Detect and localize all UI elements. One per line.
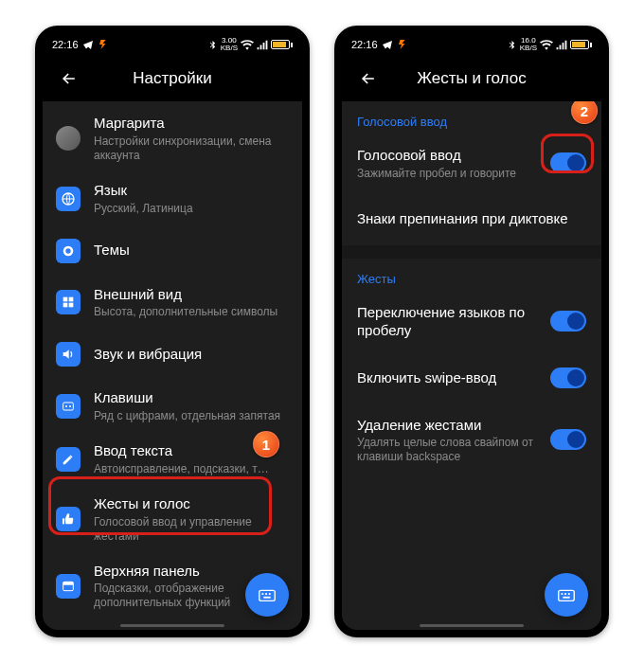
back-button[interactable] xyxy=(349,60,387,98)
telegram-icon xyxy=(82,39,94,50)
svg-point-8 xyxy=(65,405,67,407)
arrow-left-icon xyxy=(359,69,378,88)
row-title: Голосовой ввод xyxy=(357,146,541,165)
row-subtitle: Удалять целые слова свайпом от клавиши b… xyxy=(357,436,541,464)
row-title: Темы xyxy=(94,242,289,260)
arrow-left-icon xyxy=(60,69,79,88)
row-title: Клавиши xyxy=(94,389,289,407)
option-row-1[interactable]: Знаки препинания при диктовке xyxy=(342,192,601,245)
row-title: Знаки препинания при диктовке xyxy=(357,209,586,228)
section-voice-input: Голосовой ввод xyxy=(342,101,601,134)
settings-list: Маргарита Настройки синхронизации, смена… xyxy=(43,101,302,630)
home-indicator xyxy=(120,624,224,627)
svg-rect-16 xyxy=(265,593,267,595)
settings-row-3[interactable]: Внешний вид Высота, дополнительные симво… xyxy=(43,277,302,330)
sound-icon xyxy=(56,342,80,367)
status-bar: 22:16 16.0KB/S xyxy=(342,33,601,56)
svg-rect-7 xyxy=(63,403,74,410)
wifi-icon xyxy=(241,40,254,50)
row-subtitle: Зажимайте пробел и говорите xyxy=(357,167,541,181)
bluetooth-icon xyxy=(507,40,517,50)
svg-rect-23 xyxy=(563,597,569,599)
settings-row-0[interactable]: Маргарита Настройки синхронизации, смена… xyxy=(43,105,302,172)
svg-rect-3 xyxy=(63,297,68,302)
avatar-icon xyxy=(56,126,80,151)
row-title: Язык xyxy=(94,182,289,200)
row-subtitle: Настройки синхронизации, смена аккаунта xyxy=(94,134,289,163)
keyboard-fab[interactable] xyxy=(545,573,588,617)
status-time: 22:16 xyxy=(351,39,378,50)
back-button[interactable] xyxy=(50,60,88,98)
theme-icon xyxy=(56,239,80,263)
svg-rect-5 xyxy=(63,303,68,308)
toggle-switch[interactable] xyxy=(550,311,586,332)
svg-rect-20 xyxy=(562,593,564,595)
signal-icon xyxy=(257,40,268,50)
svg-rect-6 xyxy=(69,303,74,308)
thumb-icon xyxy=(56,507,80,531)
svg-rect-22 xyxy=(568,593,570,595)
row-subtitle: Голосовой ввод и управление жестами xyxy=(94,515,289,544)
settings-row-4[interactable]: Звук и вибрация xyxy=(43,329,302,380)
option-row-11[interactable]: Включить swipe-ввод xyxy=(342,351,601,404)
header: Жесты и голос xyxy=(342,56,601,101)
row-title: Переключение языков по пробелу xyxy=(357,303,541,340)
svg-rect-18 xyxy=(263,597,270,599)
bluetooth-icon xyxy=(207,40,218,50)
gestures-voice-screen: Голосовой ввод Голосовой ввод Зажимайте … xyxy=(342,101,601,630)
row-title: Звук и вибрация xyxy=(94,346,289,364)
settings-row-7[interactable]: Жесты и голос Голосовой ввод и управлени… xyxy=(43,486,302,553)
svg-rect-10 xyxy=(63,518,64,524)
bolt-icon xyxy=(98,39,109,50)
panel-icon xyxy=(56,574,80,599)
keyboard-icon xyxy=(257,584,277,605)
net-rate: 3.00KB/S xyxy=(221,37,238,52)
row-title: Жесты и голос xyxy=(94,495,289,513)
option-row-0[interactable]: Голосовой ввод Зажимайте пробел и говори… xyxy=(342,134,601,192)
toggle-switch[interactable] xyxy=(550,429,586,450)
settings-row-5[interactable]: Клавиши Ряд с цифрами, отдельная запятая xyxy=(43,380,302,433)
svg-rect-15 xyxy=(262,593,264,595)
row-title: Персонализация xyxy=(94,629,289,630)
home-indicator xyxy=(420,624,524,627)
globe-icon xyxy=(56,187,80,211)
row-subtitle: Высота, дополнительные символы xyxy=(94,305,289,319)
status-bar: 22:16 3.00KB/S xyxy=(43,33,302,56)
settings-row-1[interactable]: Язык Русский, Латиница xyxy=(43,172,302,225)
toggle-switch[interactable] xyxy=(550,367,586,388)
svg-rect-17 xyxy=(269,593,271,595)
row-title: Маргарита xyxy=(94,115,289,133)
grid-icon xyxy=(56,290,80,314)
svg-rect-19 xyxy=(559,590,575,600)
option-row-12[interactable]: Удаление жестами Удалять целые слова сва… xyxy=(342,404,601,476)
svg-point-2 xyxy=(65,248,70,253)
battery-icon xyxy=(271,40,293,49)
edit-icon xyxy=(56,447,80,472)
signal-icon xyxy=(556,40,567,50)
keyboard-icon xyxy=(556,584,577,605)
settings-row-2[interactable]: Темы xyxy=(43,225,302,277)
toggle-switch[interactable] xyxy=(550,152,586,173)
section-gestures: Жесты xyxy=(342,259,601,292)
header: Настройки xyxy=(43,56,302,101)
row-subtitle: Автоисправление, подсказки, т… xyxy=(94,462,289,476)
svg-rect-14 xyxy=(259,590,276,600)
row-title: Удаление жестами xyxy=(357,416,541,435)
option-row-10[interactable]: Переключение языков по пробелу xyxy=(342,292,601,351)
phone-left: 22:16 3.00KB/S Настройки Маргарита Настр… xyxy=(35,26,310,637)
phone-right: 22:16 16.0KB/S Жесты и голос Голосовой в… xyxy=(334,26,609,637)
page-title: Жесты и голос xyxy=(387,69,556,88)
wifi-icon xyxy=(540,40,553,50)
svg-rect-21 xyxy=(564,593,566,595)
keyboard-fab[interactable] xyxy=(245,573,289,617)
svg-rect-12 xyxy=(63,582,74,584)
telegram-icon xyxy=(382,39,393,50)
svg-rect-4 xyxy=(69,297,74,302)
battery-icon xyxy=(570,40,592,49)
row-subtitle: Русский, Латиница xyxy=(94,202,289,216)
row-title: Внешний вид xyxy=(94,286,289,304)
badge-1: 1 xyxy=(253,431,279,457)
section-divider xyxy=(342,245,601,259)
keys-icon xyxy=(56,394,80,419)
row-subtitle: Ряд с цифрами, отдельная запятая xyxy=(94,409,289,423)
